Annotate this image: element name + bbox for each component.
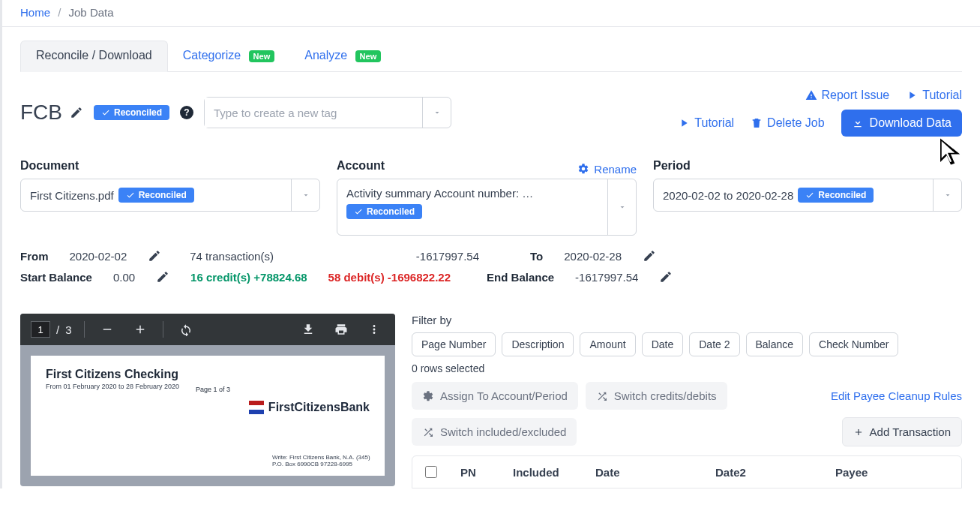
filter-label: Filter by (412, 314, 962, 326)
rename-link[interactable]: Rename (577, 163, 637, 176)
filter-chip[interactable]: Date (642, 332, 684, 356)
pdf-page[interactable]: First Citizens Checking From 01 February… (31, 356, 385, 476)
pdf-page-input[interactable] (31, 321, 50, 338)
tab-categorize-label: Categorize (183, 49, 241, 62)
edit-icon[interactable] (156, 270, 169, 284)
document-select[interactable]: First Citizens.pdf Reconciled (20, 179, 320, 212)
zoom-in-icon[interactable] (130, 319, 151, 340)
zoom-out-icon[interactable] (97, 319, 118, 340)
tabs: Reconcile / Download Categorize New Anal… (20, 41, 962, 72)
from-value: 2020-02-02 (70, 250, 127, 263)
add-tx-label: Add Transaction (870, 425, 951, 438)
th-included[interactable]: Included (502, 456, 585, 488)
tutorial-link-bottom[interactable]: Tutorial (678, 116, 734, 130)
job-title-text: FCB (20, 101, 62, 125)
tab-analyze[interactable]: Analyze New (289, 41, 396, 71)
pdf-page-sep: / (56, 323, 59, 336)
rotate-icon[interactable] (175, 319, 196, 340)
breadcrumb: Home / Job Data (2, 0, 980, 27)
help-icon[interactable]: ? (180, 106, 193, 119)
credits-summary: 16 credit(s) +78824.68 (190, 271, 307, 284)
tab-categorize[interactable]: Categorize New (168, 41, 289, 71)
edit-payee-rules-link[interactable]: Edit Payee Cleanup Rules (831, 389, 962, 402)
pdf-page-total: 3 (65, 323, 71, 336)
filter-chip[interactable]: Page Number (412, 332, 496, 356)
edit-icon[interactable] (643, 249, 656, 263)
switch-included-excluded-button[interactable]: Switch included/excluded (412, 418, 577, 446)
filter-chip[interactable]: Balance (746, 332, 804, 356)
download-icon[interactable] (298, 319, 319, 340)
document-value: First Citizens.pdf (30, 189, 114, 202)
switch-ie-label: Switch included/excluded (440, 425, 566, 438)
debits-summary: 58 debit(s) -1696822.22 (328, 271, 451, 284)
add-transaction-button[interactable]: Add Transaction (842, 417, 962, 446)
to-label: To (530, 250, 543, 263)
bank-name: FirstCitizensBank (268, 401, 370, 414)
th-pn[interactable]: PN (450, 456, 502, 488)
from-label: From (20, 250, 49, 263)
net-amount: -1617997.54 (416, 250, 479, 263)
filter-chip[interactable]: Date 2 (689, 332, 739, 356)
delete-job-label: Delete Job (767, 116, 825, 130)
filter-chips: Page Number Description Amount Date Date… (412, 332, 962, 356)
download-data-label: Download Data (870, 116, 952, 130)
end-balance-value: -1617997.54 (575, 271, 638, 284)
assign-label: Assign To Account/Period (440, 389, 568, 402)
chevron-down-icon[interactable] (607, 179, 636, 235)
delete-job-link[interactable]: Delete Job (751, 116, 825, 130)
edit-icon[interactable] (659, 270, 673, 284)
more-icon[interactable] (364, 319, 385, 340)
end-balance-label: End Balance (487, 271, 554, 284)
reconciled-badge-label: Reconciled (367, 206, 415, 217)
tab-reconcile[interactable]: Reconcile / Download (20, 41, 168, 72)
tutorial-label-2: Tutorial (694, 116, 734, 130)
reconciled-badge: Reconciled (118, 188, 194, 203)
download-data-button[interactable]: Download Data (841, 110, 962, 137)
reconciled-badge-label: Reconciled (139, 190, 187, 200)
period-select[interactable]: 2020-02-02 to 2020-02-28 Reconciled (653, 179, 962, 212)
bank-logo: FirstCitizensBank (249, 401, 370, 414)
reconciled-badge: Reconciled (346, 204, 422, 219)
pdf-toolbar: / 3 (20, 314, 395, 345)
report-issue-label: Report Issue (822, 89, 890, 102)
select-all-checkbox[interactable] (425, 466, 437, 478)
pdf-fine-print: Write: First Citizens Bank, N.A. (345) P… (272, 454, 370, 468)
th-payee[interactable]: Payee (825, 456, 961, 488)
th-date2[interactable]: Date2 (705, 456, 825, 488)
breadcrumb-home[interactable]: Home (20, 6, 50, 19)
tag-input-combo[interactable] (204, 97, 451, 128)
reconciled-badge-label: Reconciled (114, 107, 162, 118)
tutorial-link-top[interactable]: Tutorial (906, 89, 962, 102)
tag-input[interactable] (205, 98, 422, 128)
period-value: 2020-02-02 to 2020-02-28 (663, 189, 793, 202)
th-date[interactable]: Date (585, 456, 705, 488)
breadcrumb-current: Job Data (69, 6, 114, 19)
filter-chip[interactable]: Check Number (809, 332, 898, 356)
start-balance-label: Start Balance (20, 271, 92, 284)
to-value: 2020-02-28 (564, 250, 622, 263)
chevron-down-icon[interactable] (422, 98, 451, 128)
edit-icon[interactable] (148, 249, 161, 263)
pdf-doc-title: First Citizens Checking (46, 368, 370, 381)
breadcrumb-separator: / (58, 6, 61, 19)
badge-new: New (355, 50, 382, 62)
rows-selected: 0 rows selected (412, 362, 962, 374)
report-issue-link[interactable]: Report Issue (805, 89, 890, 102)
edit-icon[interactable] (70, 106, 83, 119)
account-select[interactable]: Activity summary Account number: … Recon… (337, 179, 637, 236)
account-value: Activity summary Account number: … (346, 187, 533, 200)
switch-credits-debits-button[interactable]: Switch credits/debits (586, 382, 727, 410)
print-icon[interactable] (331, 319, 352, 340)
switch-cd-label: Switch credits/debits (614, 389, 717, 402)
rename-label: Rename (594, 163, 637, 176)
start-balance-value: 0.00 (113, 271, 135, 284)
badge-new: New (249, 50, 275, 62)
filter-chip[interactable]: Description (502, 332, 574, 356)
chevron-down-icon[interactable] (291, 179, 319, 211)
filter-chip[interactable]: Amount (580, 332, 635, 356)
job-title: FCB (20, 101, 83, 125)
chevron-down-icon[interactable] (933, 179, 961, 211)
document-label: Document (20, 159, 320, 173)
tab-analyze-label: Analyze (304, 49, 347, 62)
assign-account-button[interactable]: Assign To Account/Period (412, 382, 578, 410)
